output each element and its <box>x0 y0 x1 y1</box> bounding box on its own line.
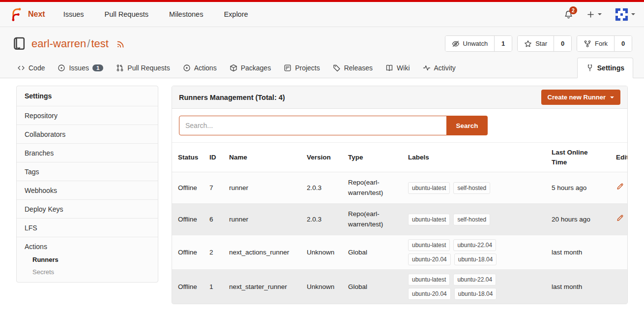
pull-request-icon <box>116 64 124 72</box>
runner-edit-cell <box>610 172 628 204</box>
runner-labels: ubuntu-latestself-hosted <box>402 204 546 235</box>
repo-action-count[interactable]: 0 <box>614 36 632 51</box>
runner-label-chip: ubuntu-latest <box>408 182 450 194</box>
repo-action-count[interactable]: 1 <box>494 36 512 51</box>
repo-action-group: Unwatch 1 <box>445 35 513 52</box>
column-header: Edit <box>610 143 628 172</box>
runner-status: Offline <box>172 235 204 270</box>
runner-type: Global <box>342 270 402 304</box>
sidebar-item-lfs[interactable]: LFS <box>17 219 158 237</box>
create-new-dropdown[interactable] <box>586 10 602 19</box>
tab-packages[interactable]: Packages <box>223 58 277 78</box>
sidebar-actions-group: Actions Runners Secrets <box>17 237 158 282</box>
runner-version: 2.0.3 <box>301 204 342 235</box>
column-header: Version <box>301 143 342 172</box>
repo-action-button[interactable]: Star <box>518 36 554 51</box>
package-icon <box>230 64 237 72</box>
sidebar-item-repository[interactable]: Repository <box>17 106 158 125</box>
runner-id: 1 <box>204 270 223 304</box>
repo-action-count[interactable]: 0 <box>554 36 571 51</box>
notifications-button[interactable]: 2 <box>564 10 573 19</box>
runner-version: Unknown <box>301 235 342 270</box>
repo-action-group: Fork 0 <box>577 35 632 52</box>
table-header-row: StatusIDNameVersionTypeLabelsLast Online… <box>172 143 628 172</box>
plus-icon <box>586 10 595 19</box>
runner-last-online: 5 hours ago <box>546 172 610 204</box>
sidebar-item-webhooks[interactable]: Webhooks <box>17 181 158 200</box>
runner-version: Unknown <box>301 270 342 304</box>
runner-name: runner <box>223 172 301 204</box>
runner-labels: ubuntu-latestubuntu-22.04ubuntu-20.04ubu… <box>402 270 546 304</box>
sidebar-sub-item-runners[interactable]: Runners <box>32 256 150 263</box>
table-row: Offline 7 runner 2.0.3 Repo(earl-warren/… <box>172 172 628 204</box>
tab-wiki[interactable]: Wiki <box>379 58 416 78</box>
code-icon <box>17 64 25 72</box>
sidebar-items: Repository Collaborators Branches Tags W… <box>17 106 158 237</box>
create-new-runner-button[interactable]: Create new Runner <box>541 90 620 105</box>
sidebar-item-tags[interactable]: Tags <box>17 162 158 181</box>
repo-name-link[interactable]: test <box>91 37 108 50</box>
repo-actions: Unwatch 1 Star 0 Fork 0 <box>445 35 632 52</box>
panel-title: Runners Management (Total: 4) <box>179 94 285 101</box>
repo-action-button[interactable]: Unwatch <box>445 36 495 51</box>
runner-label-chip: self-hosted <box>453 182 490 194</box>
tab-releases[interactable]: Releases <box>326 58 379 78</box>
forgejo-logo-icon <box>9 7 24 22</box>
runner-labels: ubuntu-latestubuntu-22.04ubuntu-20.04ubu… <box>402 235 546 270</box>
tab-settings-label: Settings <box>597 64 624 72</box>
runner-label-chip: self-hosted <box>453 214 490 225</box>
navbar-right: 2 <box>564 8 635 21</box>
repository-icon <box>12 36 26 51</box>
table-row: Offline 1 next_starter_runner Unknown Gl… <box>172 270 628 304</box>
chevron-down-icon <box>631 13 635 17</box>
rss-feed-icon[interactable] <box>116 39 125 48</box>
topnav-item[interactable]: Explore <box>213 10 258 18</box>
runner-label-chip: ubuntu-18.04 <box>454 254 497 265</box>
runner-id: 7 <box>204 172 223 204</box>
sidebar-sub-item-secrets[interactable]: Secrets <box>32 268 150 276</box>
sidebar-item-collaborators[interactable]: Collaborators <box>17 125 158 144</box>
topnav-item[interactable]: Pull Requests <box>94 10 159 18</box>
tab-settings[interactable]: Settings <box>577 58 633 78</box>
settings-sidebar: Settings Repository Collaborators Branch… <box>16 86 158 283</box>
repo-action-button[interactable]: Fork <box>577 36 614 51</box>
user-menu-dropdown[interactable] <box>615 8 635 21</box>
tab-code[interactable]: Code <box>11 58 51 78</box>
issue-icon <box>58 64 65 72</box>
repo-action-group: Star 0 <box>517 35 572 52</box>
sidebar-item-branches[interactable]: Branches <box>17 144 158 162</box>
runner-name: next_starter_runner <box>223 270 301 304</box>
pulse-icon <box>423 64 431 72</box>
runner-label-chip: ubuntu-18.04 <box>454 288 497 300</box>
column-header: Status <box>172 143 204 172</box>
brand-label: Next <box>28 10 45 19</box>
table-row: Offline 6 runner 2.0.3 Repo(earl-warren/… <box>172 204 628 235</box>
tab-issues[interactable]: Issues 1 <box>51 58 110 78</box>
topnav-item[interactable]: Milestones <box>159 10 213 18</box>
tab-actions[interactable]: Actions <box>176 58 223 78</box>
runner-type: Repo(earl-warren/test) <box>342 172 402 204</box>
tab-projects[interactable]: Projects <box>277 58 326 78</box>
runner-name: runner <box>223 204 301 235</box>
notification-count-badge: 2 <box>569 6 577 14</box>
fork-icon <box>584 40 591 48</box>
tab-pull-requests[interactable]: Pull Requests <box>110 58 176 78</box>
topnav-item[interactable]: Issues <box>53 10 94 18</box>
play-circle-icon <box>183 64 191 72</box>
edit-runner-button[interactable] <box>616 183 624 190</box>
sidebar-title: Settings <box>17 86 158 106</box>
search-button[interactable]: Search <box>446 116 488 135</box>
sidebar-item-deploy-keys[interactable]: Deploy Keys <box>17 200 158 219</box>
runner-edit-cell <box>610 235 628 270</box>
home-link[interactable]: Next <box>9 7 45 22</box>
runners-table: StatusIDNameVersionTypeLabelsLast Online… <box>172 143 628 304</box>
edit-runner-button[interactable] <box>616 214 624 222</box>
tab-activity[interactable]: Activity <box>416 58 462 78</box>
repo-owner-link[interactable]: earl-warren <box>31 37 86 50</box>
sidebar-item-actions[interactable]: Actions <box>25 243 150 251</box>
panel-header: Runners Management (Total: 4) Create new… <box>172 86 627 109</box>
sidebar-actions-subitems: Runners Secrets <box>32 256 150 276</box>
search-input[interactable] <box>179 116 447 135</box>
runner-label-chip: ubuntu-latest <box>408 274 450 285</box>
runner-id: 6 <box>204 204 223 235</box>
